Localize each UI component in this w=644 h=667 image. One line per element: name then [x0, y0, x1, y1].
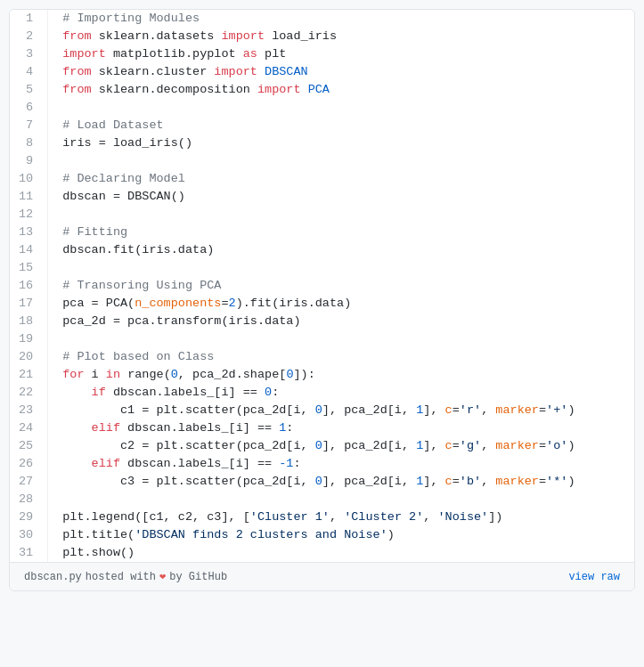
heart-icon: ❤ — [159, 570, 166, 583]
table-row: 21for i in range(0, pca_2d.shape[0]): — [10, 366, 634, 384]
code-line: elif dbscan.labels_[i] == 1: — [48, 419, 634, 437]
code-table: 1# Importing Modules2from sklearn.datase… — [10, 10, 634, 562]
line-number: 20 — [10, 348, 48, 366]
code-line: # Transoring Using PCA — [48, 277, 634, 295]
line-number: 2 — [10, 28, 48, 45]
code-line: from sklearn.cluster import DBSCAN — [48, 63, 634, 81]
table-row: 3import matplotlib.pyplot as plt — [10, 45, 634, 63]
line-number: 17 — [10, 295, 48, 313]
line-number: 6 — [10, 99, 48, 117]
line-number: 1 — [10, 10, 48, 28]
line-number: 23 — [10, 402, 48, 419]
line-number: 3 — [10, 45, 48, 63]
line-number: 14 — [10, 241, 48, 259]
code-line: from sklearn.datasets import load_iris — [48, 28, 634, 45]
table-row: 31plt.show() — [10, 544, 634, 562]
table-row: 9 — [10, 152, 634, 170]
table-row: 10# Declaring Model — [10, 170, 634, 188]
footer-left: dbscan.py hosted with ❤ by GitHub — [24, 570, 227, 583]
code-line — [48, 330, 634, 348]
line-number: 31 — [10, 544, 48, 562]
line-number: 10 — [10, 170, 48, 188]
code-container: 1# Importing Modules2from sklearn.datase… — [9, 9, 635, 591]
by-text: by GitHub — [169, 571, 227, 583]
line-number: 9 — [10, 152, 48, 170]
table-row: 20# Plot based on Class — [10, 348, 634, 366]
table-row: 2from sklearn.datasets import load_iris — [10, 28, 634, 45]
line-number: 7 — [10, 117, 48, 134]
code-line: # Importing Modules — [48, 10, 634, 28]
table-row: 8iris = load_iris() — [10, 134, 634, 152]
table-row: 12 — [10, 206, 634, 224]
line-number: 30 — [10, 526, 48, 544]
code-footer: dbscan.py hosted with ❤ by GitHub view r… — [10, 562, 634, 590]
code-line: for i in range(0, pca_2d.shape[0]): — [48, 366, 634, 384]
table-row: 13# Fitting — [10, 224, 634, 241]
code-line: import matplotlib.pyplot as plt — [48, 45, 634, 63]
table-row: 7# Load Dataset — [10, 117, 634, 134]
filename: dbscan.py — [24, 571, 82, 583]
code-line — [48, 152, 634, 170]
line-number: 15 — [10, 259, 48, 277]
code-line: from sklearn.decomposition import PCA — [48, 81, 634, 99]
line-number: 16 — [10, 277, 48, 295]
line-number: 25 — [10, 437, 48, 455]
table-row: 17pca = PCA(n_components=2).fit(iris.dat… — [10, 295, 634, 313]
line-number: 18 — [10, 313, 48, 330]
code-line — [48, 206, 634, 224]
code-line: # Fitting — [48, 224, 634, 241]
code-line: elif dbscan.labels_[i] == -1: — [48, 455, 634, 473]
table-row: 26 elif dbscan.labels_[i] == -1: — [10, 455, 634, 473]
code-line — [48, 259, 634, 277]
line-number: 29 — [10, 508, 48, 526]
code-line: plt.legend([c1, c2, c3], ['Cluster 1', '… — [48, 508, 634, 526]
hosted-text: hosted with — [86, 571, 156, 583]
line-number: 4 — [10, 63, 48, 81]
code-body: 1# Importing Modules2from sklearn.datase… — [10, 10, 634, 562]
line-number: 19 — [10, 330, 48, 348]
footer-right: view raw — [568, 571, 620, 583]
code-line: plt.show() — [48, 544, 634, 562]
line-number: 26 — [10, 455, 48, 473]
table-row: 14dbscan.fit(iris.data) — [10, 241, 634, 259]
table-row: 18pca_2d = pca.transform(iris.data) — [10, 313, 634, 330]
code-line: # Declaring Model — [48, 170, 634, 188]
code-line: iris = load_iris() — [48, 134, 634, 152]
code-line: dbscan.fit(iris.data) — [48, 241, 634, 259]
code-line: plt.title('DBSCAN finds 2 clusters and N… — [48, 526, 634, 544]
code-line: pca = PCA(n_components=2).fit(iris.data) — [48, 295, 634, 313]
table-row: 19 — [10, 330, 634, 348]
table-row: 15 — [10, 259, 634, 277]
code-line: if dbscan.labels_[i] == 0: — [48, 384, 634, 402]
view-raw-link[interactable]: view raw — [568, 571, 620, 583]
table-row: 28 — [10, 491, 634, 508]
code-line: # Load Dataset — [48, 117, 634, 134]
table-row: 16# Transoring Using PCA — [10, 277, 634, 295]
code-line: # Plot based on Class — [48, 348, 634, 366]
table-row: 23 c1 = plt.scatter(pca_2d[i, 0], pca_2d… — [10, 402, 634, 419]
code-line — [48, 491, 634, 508]
code-line — [48, 99, 634, 117]
table-row: 24 elif dbscan.labels_[i] == 1: — [10, 419, 634, 437]
line-number: 21 — [10, 366, 48, 384]
line-number: 27 — [10, 473, 48, 491]
table-row: 6 — [10, 99, 634, 117]
code-line: dbscan = DBSCAN() — [48, 188, 634, 206]
code-line: c3 = plt.scatter(pca_2d[i, 0], pca_2d[i,… — [48, 473, 634, 491]
table-row: 25 c2 = plt.scatter(pca_2d[i, 0], pca_2d… — [10, 437, 634, 455]
table-row: 30plt.title('DBSCAN finds 2 clusters and… — [10, 526, 634, 544]
table-row: 4from sklearn.cluster import DBSCAN — [10, 63, 634, 81]
line-number: 24 — [10, 419, 48, 437]
line-number: 12 — [10, 206, 48, 224]
line-number: 13 — [10, 224, 48, 241]
table-row: 22 if dbscan.labels_[i] == 0: — [10, 384, 634, 402]
table-row: 1# Importing Modules — [10, 10, 634, 28]
table-row: 29plt.legend([c1, c2, c3], ['Cluster 1',… — [10, 508, 634, 526]
code-line: c2 = plt.scatter(pca_2d[i, 0], pca_2d[i,… — [48, 437, 634, 455]
line-number: 28 — [10, 491, 48, 508]
table-row: 5from sklearn.decomposition import PCA — [10, 81, 634, 99]
table-row: 11dbscan = DBSCAN() — [10, 188, 634, 206]
line-number: 5 — [10, 81, 48, 99]
code-line: c1 = plt.scatter(pca_2d[i, 0], pca_2d[i,… — [48, 402, 634, 419]
line-number: 22 — [10, 384, 48, 402]
